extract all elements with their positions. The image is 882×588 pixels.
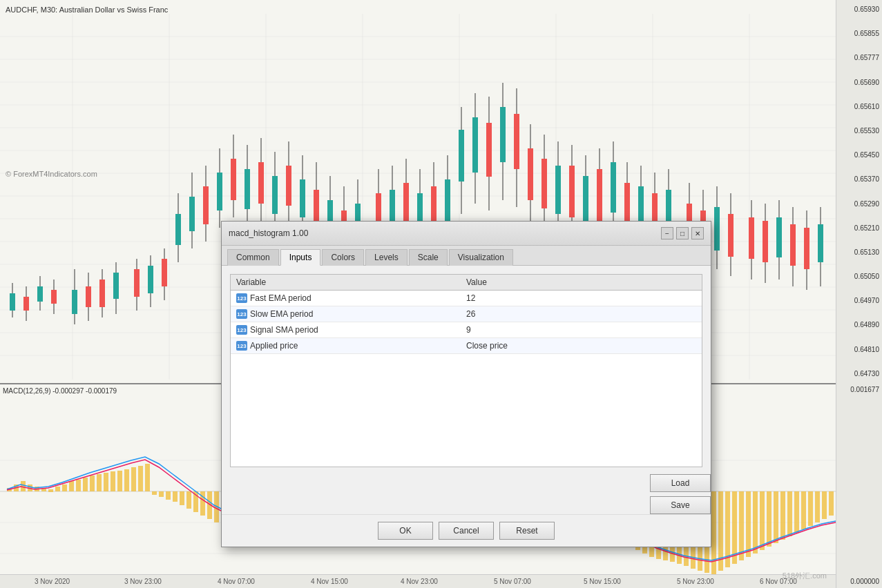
svg-rect-254 [787, 491, 792, 536]
col-variable: Variable [236, 277, 466, 287]
chart-title: AUDCHF, M30: Australian Dollar vs Swiss … [6, 6, 168, 14]
svg-rect-246 [732, 491, 737, 564]
price-label-12: 0.65050 [839, 273, 879, 280]
minimize-button[interactable]: − [661, 227, 673, 239]
col-value: Value [466, 277, 696, 287]
svg-rect-251 [767, 491, 771, 547]
price-label-9: 0.65290 [839, 200, 879, 208]
time-label-2: 3 Nov 23:00 [124, 578, 162, 585]
svg-rect-152 [83, 478, 88, 491]
svg-rect-32 [72, 290, 77, 314]
close-button[interactable]: ✕ [691, 227, 704, 239]
macd-zero-price: 0.000000 [839, 578, 879, 585]
dialog-footer: OK Cancel Reset [222, 514, 711, 547]
cell-value-2: 26 [466, 309, 696, 319]
svg-rect-161 [145, 464, 150, 491]
tab-inputs[interactable]: Inputs [280, 249, 321, 266]
save-button[interactable]: Save [650, 496, 711, 514]
svg-rect-34 [86, 286, 91, 307]
ok-button[interactable]: OK [378, 522, 433, 540]
svg-rect-256 [801, 491, 806, 529]
price-label-15: 0.64810 [839, 346, 879, 353]
tab-colors[interactable]: Colors [322, 249, 364, 266]
svg-rect-158 [124, 469, 129, 491]
svg-rect-88 [472, 117, 478, 173]
svg-rect-160 [138, 466, 143, 491]
cell-variable-3: 123 Signal SMA period [236, 325, 466, 335]
svg-rect-154 [97, 474, 102, 491]
copyright-label: © ForexMT4Indicators.com [6, 170, 97, 178]
svg-rect-134 [804, 228, 809, 269]
svg-rect-150 [69, 481, 74, 491]
price-label-2: 0.65855 [839, 30, 879, 37]
svg-rect-253 [780, 491, 785, 540]
svg-rect-159 [131, 467, 136, 491]
price-label-1: 0.65930 [839, 6, 879, 13]
svg-rect-258 [815, 491, 820, 522]
time-label-7: 5 Nov 15:00 [584, 578, 621, 585]
price-label-16: 0.64730 [839, 370, 879, 378]
macd-price-scale: 0.001677 0.000000 [836, 383, 882, 588]
svg-rect-48 [189, 197, 195, 231]
svg-rect-126 [749, 217, 754, 259]
price-label-11: 0.65130 [839, 248, 879, 256]
side-buttons: Load Save [650, 474, 711, 514]
tab-levels[interactable]: Levels [365, 249, 408, 266]
price-label-4: 0.65690 [839, 79, 879, 86]
svg-rect-151 [76, 480, 81, 491]
svg-rect-252 [774, 491, 778, 543]
dialog-titlebar[interactable]: macd_histogram 1.00 − □ ✕ [222, 222, 711, 246]
time-label-3: 4 Nov 07:00 [218, 578, 255, 585]
tab-bar: Common Inputs Colors Levels Scale Visual… [222, 246, 711, 266]
svg-rect-90 [486, 123, 492, 177]
svg-rect-249 [753, 491, 758, 553]
svg-rect-132 [790, 224, 796, 266]
type-icon-1: 123 [236, 293, 247, 303]
svg-rect-36 [99, 280, 105, 307]
table-row[interactable]: 123 Fast EMA period 12 [231, 291, 702, 306]
type-icon-3: 123 [236, 325, 247, 335]
dialog-title: macd_histogram 1.00 [229, 228, 308, 238]
price-label-5: 0.65610 [839, 103, 879, 110]
time-label-1: 3 Nov 2020 [35, 578, 70, 585]
svg-rect-149 [62, 484, 67, 491]
table-row[interactable]: 123 Applied price Close price [231, 338, 702, 354]
cell-variable-2: 123 Slow EMA period [236, 309, 466, 319]
cell-variable-4: 123 Applied price [236, 341, 466, 351]
svg-rect-28 [37, 286, 43, 302]
svg-rect-250 [760, 491, 765, 550]
table-header: Variable Value [231, 275, 702, 291]
tab-common[interactable]: Common [227, 249, 279, 266]
svg-rect-64 [300, 179, 305, 217]
cancel-button[interactable]: Cancel [439, 522, 494, 540]
svg-rect-163 [159, 491, 164, 497]
time-label-6: 5 Nov 07:00 [494, 578, 531, 585]
svg-rect-166 [180, 491, 184, 505]
svg-rect-52 [217, 173, 222, 210]
table-row[interactable]: 123 Signal SMA period 9 [231, 322, 702, 338]
tab-visualization[interactable]: Visualization [449, 249, 513, 266]
cell-value-3: 9 [466, 325, 696, 335]
table-row[interactable]: 123 Slow EMA period 26 [231, 306, 702, 322]
svg-rect-248 [746, 491, 751, 557]
watermark: 518外汇.com [783, 571, 827, 581]
cell-variable-1: 123 Fast EMA period [236, 293, 466, 303]
svg-rect-44 [162, 259, 167, 286]
time-label-8: 5 Nov 23:00 [677, 578, 714, 585]
reset-button[interactable]: Reset [499, 522, 555, 540]
svg-rect-162 [152, 491, 157, 495]
cell-value-4: Close price [466, 341, 696, 351]
maximize-button[interactable]: □ [676, 227, 689, 239]
macd-top-price: 0.001677 [839, 386, 879, 393]
tab-scale[interactable]: Scale [409, 249, 448, 266]
svg-rect-24 [10, 293, 15, 311]
svg-rect-157 [117, 471, 122, 491]
load-button[interactable]: Load [650, 474, 711, 492]
svg-rect-60 [272, 176, 278, 214]
svg-rect-122 [714, 207, 720, 251]
svg-rect-102 [569, 166, 575, 217]
svg-rect-86 [459, 130, 464, 182]
price-label-7: 0.65450 [839, 151, 879, 159]
svg-rect-108 [611, 162, 616, 213]
svg-rect-128 [763, 221, 768, 262]
